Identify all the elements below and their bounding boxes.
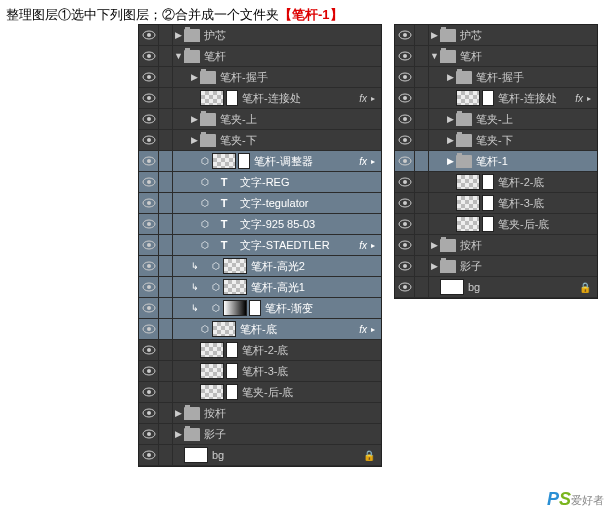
left-row-14[interactable]: ⬡笔杆-底fx▸ bbox=[139, 319, 381, 340]
fx-badge[interactable]: fx bbox=[359, 324, 367, 335]
disclosure-right-icon[interactable]: ▶ bbox=[173, 30, 184, 40]
visibility-eye-icon[interactable] bbox=[139, 403, 159, 423]
visibility-eye-icon[interactable] bbox=[139, 193, 159, 213]
layer-label[interactable]: 按杆 bbox=[204, 406, 381, 421]
disclosure-right-icon[interactable]: ▶ bbox=[429, 240, 440, 250]
right-row-1[interactable]: ▼笔杆 bbox=[395, 46, 597, 67]
visibility-eye-icon[interactable] bbox=[139, 25, 159, 45]
visibility-eye-icon[interactable] bbox=[395, 151, 415, 171]
fx-disclosure-icon[interactable]: ▸ bbox=[371, 241, 375, 250]
layer-label[interactable]: 笔杆 bbox=[204, 49, 381, 64]
visibility-eye-icon[interactable] bbox=[139, 361, 159, 381]
visibility-eye-icon[interactable] bbox=[139, 424, 159, 444]
layer-label[interactable]: 笔杆-底 bbox=[240, 322, 359, 337]
layer-label[interactable]: bg bbox=[468, 281, 579, 293]
disclosure-right-icon[interactable]: ▶ bbox=[445, 114, 456, 124]
right-row-12[interactable]: bg🔒 bbox=[395, 277, 597, 298]
visibility-eye-icon[interactable] bbox=[395, 277, 415, 297]
layer-label[interactable]: 笔杆-高光2 bbox=[251, 259, 381, 274]
left-row-10[interactable]: ⬡T文字-STAEDTLERfx▸ bbox=[139, 235, 381, 256]
disclosure-down-icon[interactable]: ▼ bbox=[173, 51, 184, 61]
layer-label[interactable]: 文字-tegulator bbox=[240, 196, 381, 211]
left-row-16[interactable]: 笔杆-3-底 bbox=[139, 361, 381, 382]
visibility-eye-icon[interactable] bbox=[139, 319, 159, 339]
left-row-4[interactable]: ▶笔夹-上 bbox=[139, 109, 381, 130]
fx-disclosure-icon[interactable]: ▸ bbox=[587, 94, 591, 103]
visibility-eye-icon[interactable] bbox=[395, 109, 415, 129]
layer-label[interactable]: 笔杆-调整器 bbox=[254, 154, 359, 169]
left-row-19[interactable]: ▶影子 bbox=[139, 424, 381, 445]
disclosure-right-icon[interactable]: ▶ bbox=[189, 72, 200, 82]
layer-label[interactable]: 文字-925 85-03 bbox=[240, 217, 381, 232]
visibility-eye-icon[interactable] bbox=[139, 214, 159, 234]
left-row-5[interactable]: ▶笔夹-下 bbox=[139, 130, 381, 151]
visibility-eye-icon[interactable] bbox=[395, 256, 415, 276]
layer-label[interactable]: 笔杆-2-底 bbox=[498, 175, 597, 190]
right-row-0[interactable]: ▶护芯 bbox=[395, 25, 597, 46]
right-row-2[interactable]: ▶笔杆-握手 bbox=[395, 67, 597, 88]
disclosure-right-icon[interactable]: ▶ bbox=[173, 408, 184, 418]
visibility-eye-icon[interactable] bbox=[139, 130, 159, 150]
layer-label[interactable]: 笔杆-1 bbox=[476, 154, 597, 169]
layer-label[interactable]: 笔杆-握手 bbox=[476, 70, 597, 85]
left-row-3[interactable]: 笔杆-连接处fx▸ bbox=[139, 88, 381, 109]
left-row-0[interactable]: ▶护芯 bbox=[139, 25, 381, 46]
right-row-9[interactable]: 笔夹-后-底 bbox=[395, 214, 597, 235]
visibility-eye-icon[interactable] bbox=[139, 88, 159, 108]
left-row-15[interactable]: 笔杆-2-底 bbox=[139, 340, 381, 361]
layer-label[interactable]: 笔夹-上 bbox=[476, 112, 597, 127]
fx-badge[interactable]: fx bbox=[359, 156, 367, 167]
layer-label[interactable]: 笔杆-高光1 bbox=[251, 280, 381, 295]
layer-label[interactable]: 笔夹-下 bbox=[476, 133, 597, 148]
layer-label[interactable]: 护芯 bbox=[204, 28, 381, 43]
layer-label[interactable]: 笔杆-2-底 bbox=[242, 343, 381, 358]
layer-label[interactable]: 笔夹-后-底 bbox=[498, 217, 597, 232]
visibility-eye-icon[interactable] bbox=[139, 67, 159, 87]
left-row-7[interactable]: ⬡T文字-REG bbox=[139, 172, 381, 193]
left-row-20[interactable]: bg🔒 bbox=[139, 445, 381, 466]
layer-label[interactable]: 笔夹-上 bbox=[220, 112, 381, 127]
disclosure-right-icon[interactable]: ▶ bbox=[189, 114, 200, 124]
visibility-eye-icon[interactable] bbox=[395, 214, 415, 234]
disclosure-right-icon[interactable]: ▶ bbox=[445, 135, 456, 145]
layer-label[interactable]: bg bbox=[212, 449, 363, 461]
visibility-eye-icon[interactable] bbox=[395, 67, 415, 87]
layer-label[interactable]: 笔杆-连接处 bbox=[498, 91, 575, 106]
right-row-4[interactable]: ▶笔夹-上 bbox=[395, 109, 597, 130]
layer-label[interactable]: 笔杆-握手 bbox=[220, 70, 381, 85]
visibility-eye-icon[interactable] bbox=[139, 298, 159, 318]
disclosure-right-icon[interactable]: ▶ bbox=[429, 30, 440, 40]
layer-label[interactable]: 按杆 bbox=[460, 238, 597, 253]
visibility-eye-icon[interactable] bbox=[395, 46, 415, 66]
right-row-3[interactable]: 笔杆-连接处fx▸ bbox=[395, 88, 597, 109]
right-row-5[interactable]: ▶笔夹-下 bbox=[395, 130, 597, 151]
left-row-17[interactable]: 笔夹-后-底 bbox=[139, 382, 381, 403]
fx-badge[interactable]: fx bbox=[359, 240, 367, 251]
left-row-18[interactable]: ▶按杆 bbox=[139, 403, 381, 424]
layer-label[interactable]: 笔夹-后-底 bbox=[242, 385, 381, 400]
left-row-9[interactable]: ⬡T文字-925 85-03 bbox=[139, 214, 381, 235]
visibility-eye-icon[interactable] bbox=[395, 172, 415, 192]
layer-label[interactable]: 护芯 bbox=[460, 28, 597, 43]
layer-label[interactable]: 影子 bbox=[204, 427, 381, 442]
layer-label[interactable]: 笔夹-下 bbox=[220, 133, 381, 148]
left-row-1[interactable]: ▼笔杆 bbox=[139, 46, 381, 67]
left-row-13[interactable]: ↳⬡笔杆-渐变 bbox=[139, 298, 381, 319]
visibility-eye-icon[interactable] bbox=[139, 46, 159, 66]
disclosure-right-icon[interactable]: ▶ bbox=[429, 261, 440, 271]
disclosure-right-icon[interactable]: ▶ bbox=[445, 72, 456, 82]
visibility-eye-icon[interactable] bbox=[139, 277, 159, 297]
right-row-7[interactable]: 笔杆-2-底 bbox=[395, 172, 597, 193]
visibility-eye-icon[interactable] bbox=[139, 256, 159, 276]
layer-label[interactable]: 笔杆-渐变 bbox=[265, 301, 381, 316]
layer-label[interactable]: 文字-REG bbox=[240, 175, 381, 190]
visibility-eye-icon[interactable] bbox=[395, 88, 415, 108]
visibility-eye-icon[interactable] bbox=[395, 193, 415, 213]
fx-disclosure-icon[interactable]: ▸ bbox=[371, 325, 375, 334]
visibility-eye-icon[interactable] bbox=[139, 340, 159, 360]
layer-label[interactable]: 笔杆-3-底 bbox=[498, 196, 597, 211]
fx-badge[interactable]: fx bbox=[575, 93, 583, 104]
fx-disclosure-icon[interactable]: ▸ bbox=[371, 157, 375, 166]
left-row-11[interactable]: ↳⬡笔杆-高光2 bbox=[139, 256, 381, 277]
visibility-eye-icon[interactable] bbox=[395, 130, 415, 150]
